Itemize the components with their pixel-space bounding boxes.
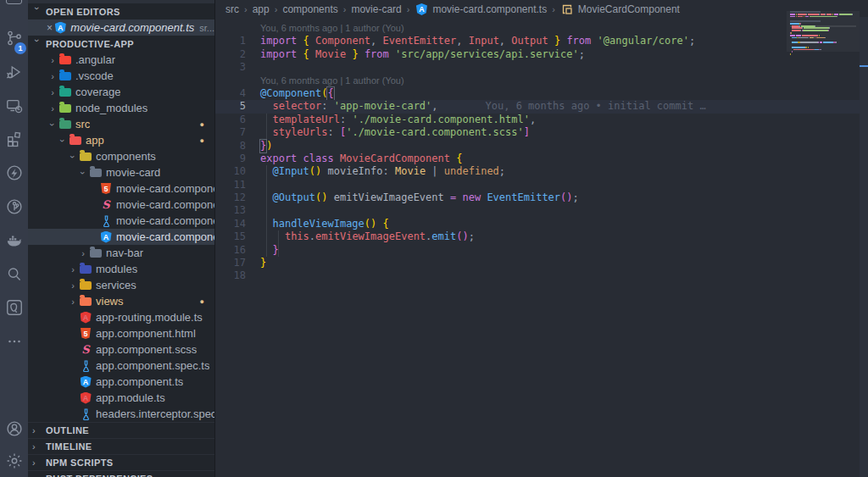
tree-item-app-component-ts[interactable]: Aapp.component.ts bbox=[28, 374, 214, 390]
postgresql-icon[interactable] bbox=[0, 293, 28, 322]
section-rust-dependencies[interactable]: ›RUST DEPENDENCIES bbox=[28, 470, 214, 477]
breadcrumb-item-src[interactable]: src bbox=[225, 3, 239, 15]
code-line-13[interactable]: 13 bbox=[215, 204, 860, 217]
tree-item-nav-bar[interactable]: ›nav-bar bbox=[28, 245, 214, 261]
source-control-icon[interactable]: 1 bbox=[0, 24, 28, 53]
docker-icon[interactable] bbox=[0, 226, 28, 255]
scrollbar[interactable] bbox=[860, 17, 868, 477]
open-editor-item[interactable]: ×Amovie-card.component.tssr... bbox=[28, 19, 214, 36]
breadcrumb-item-movie-card-component-ts[interactable]: Amovie-card.component.ts bbox=[415, 3, 547, 15]
line-number[interactable]: 18 bbox=[215, 269, 246, 282]
code-line-16[interactable]: 16 } bbox=[215, 244, 860, 257]
files-icon[interactable] bbox=[6, 0, 22, 4]
breadcrumb-item-app[interactable]: app bbox=[253, 3, 270, 15]
line-number[interactable]: 3 bbox=[215, 61, 246, 74]
breadcrumb-item-movie-card[interactable]: movie-card bbox=[351, 3, 401, 15]
line-number[interactable]: 12 bbox=[215, 191, 246, 204]
extensions-icon[interactable] bbox=[0, 125, 28, 153]
tree-item-app-component-scss[interactable]: Sapp.component.scss bbox=[28, 341, 214, 358]
code-line-11[interactable]: 11 bbox=[215, 179, 860, 191]
tree-item-services[interactable]: ›services bbox=[28, 277, 214, 293]
code-line-9[interactable]: 9export class MovieCardComponent { bbox=[215, 153, 860, 165]
line-number[interactable]: 4 bbox=[215, 87, 246, 100]
tree-item-views[interactable]: ›views● bbox=[28, 293, 214, 309]
code-line-18[interactable]: 18 bbox=[215, 269, 860, 282]
chevron-down-icon: › bbox=[32, 39, 42, 49]
accounts-icon[interactable] bbox=[0, 414, 28, 443]
run-debug-icon[interactable] bbox=[0, 58, 28, 86]
tree-item-components[interactable]: ›components bbox=[28, 148, 214, 164]
more-icon[interactable] bbox=[0, 327, 28, 356]
minimap-line bbox=[790, 56, 856, 58]
line-number[interactable]: 14 bbox=[215, 218, 246, 230]
tree-item-node-modules[interactable]: ›node_modules bbox=[28, 100, 214, 116]
line-number[interactable]: 11 bbox=[215, 179, 246, 191]
tree-item-app[interactable]: ›app● bbox=[28, 132, 214, 148]
project-title: PRODUCTIVE-APP bbox=[46, 39, 134, 49]
tree-item-movie-card-component-s-[interactable]: movie-card.component.s... bbox=[28, 213, 214, 229]
section-timeline[interactable]: ›TIMELINE bbox=[28, 438, 214, 454]
git-graph-icon[interactable] bbox=[0, 192, 28, 221]
open-editors-title: OPEN EDITORS bbox=[46, 7, 120, 17]
close-icon[interactable]: × bbox=[47, 22, 53, 34]
breadcrumb-label: components bbox=[282, 3, 337, 15]
line-number[interactable]: 2 bbox=[215, 48, 246, 61]
tree-item-coverage[interactable]: ›coverage bbox=[28, 84, 214, 100]
tree-item-movie-card[interactable]: ›movie-card bbox=[28, 164, 214, 180]
line-number[interactable]: 5 bbox=[215, 100, 246, 113]
tree-item-app-component-html[interactable]: 5app.component.html bbox=[28, 325, 214, 341]
code-line-2[interactable]: 2import { Movie } from 'src/app/services… bbox=[215, 48, 860, 61]
line-number[interactable]: 16 bbox=[215, 244, 246, 257]
tree-item-app-routing-module-ts[interactable]: Aapp-routing.module.ts bbox=[28, 309, 214, 325]
tree-item--angular[interactable]: ›.angular bbox=[28, 52, 214, 68]
tree-item-src[interactable]: ›src● bbox=[28, 116, 214, 132]
code-line-1[interactable]: 1import { Component, EventEmitter, Input… bbox=[215, 35, 860, 47]
chevron-right-icon: › bbox=[47, 71, 58, 81]
line-number[interactable]: 6 bbox=[215, 114, 246, 126]
search-icon[interactable] bbox=[0, 260, 28, 289]
code-line-5[interactable]: 5 selector: 'app-movie-card',You, 6 mont… bbox=[215, 100, 860, 113]
code-line-6[interactable]: 6 templateUrl: './movie-card.component.h… bbox=[215, 114, 860, 126]
open-editor-path: sr... bbox=[199, 23, 214, 33]
code-line-3[interactable]: 3 bbox=[215, 61, 860, 74]
tree-item-label: app.component.html bbox=[96, 327, 196, 340]
code-line-4[interactable]: 4@Component({ bbox=[215, 87, 860, 100]
code-line-12[interactable]: 12 @Output() emitViewImageEvent = new Ev… bbox=[215, 191, 860, 204]
thunder-client-icon[interactable] bbox=[0, 158, 28, 187]
tree-item-movie-card-component-ts[interactable]: Amovie-card.component.ts bbox=[28, 229, 214, 245]
line-number[interactable]: 10 bbox=[215, 165, 246, 178]
open-editors-header[interactable]: › OPEN EDITORS bbox=[28, 3, 214, 19]
code-line-7[interactable]: 7 styleUrls: ['./movie-card.component.sc… bbox=[215, 126, 860, 139]
code-line-10[interactable]: 10 @Input() movieInfo: Movie | undefined… bbox=[215, 165, 860, 178]
tree-item-app-module-ts[interactable]: Aapp.module.ts bbox=[28, 390, 214, 406]
line-number[interactable]: 13 bbox=[215, 204, 246, 217]
tree-item-modules[interactable]: ›modules bbox=[28, 261, 214, 277]
tree-item-app-component-spec-ts[interactable]: app.component.spec.ts bbox=[28, 358, 214, 374]
line-number[interactable]: 8 bbox=[215, 140, 246, 153]
editor-pane[interactable]: src›app›components›movie-card›Amovie-car… bbox=[215, 0, 868, 477]
remote-explorer-icon[interactable] bbox=[0, 92, 28, 120]
code-line-8[interactable]: 8}) bbox=[215, 140, 860, 153]
line-number[interactable]: 17 bbox=[215, 257, 246, 269]
section-outline[interactable]: ›OUTLINE bbox=[28, 422, 214, 438]
breadcrumb-item-moviecardcomponent[interactable]: MovieCardComponent bbox=[560, 3, 680, 15]
code-line-17[interactable]: 17} bbox=[215, 257, 860, 269]
tree-item-label: app.component.spec.ts bbox=[96, 359, 209, 372]
settings-icon[interactable] bbox=[0, 446, 28, 475]
code-line-14[interactable]: 14 handleViewImage() { bbox=[215, 218, 860, 230]
breadcrumb-item-components[interactable]: components bbox=[282, 3, 337, 15]
code-line-15[interactable]: 15 this.emitViewImageEvent.emit(); bbox=[215, 230, 860, 243]
project-header[interactable]: › PRODUCTIVE-APP bbox=[28, 36, 214, 52]
line-number[interactable]: 15 bbox=[215, 230, 246, 243]
line-number[interactable]: 1 bbox=[215, 35, 246, 47]
section-npm-scripts[interactable]: ›NPM SCRIPTS bbox=[28, 454, 214, 470]
code-area[interactable]: You, 6 months ago | 1 author (You)1impor… bbox=[215, 19, 860, 477]
tree-item-movie-card-component-h-[interactable]: 5movie-card.component.h... bbox=[28, 180, 214, 197]
line-number[interactable]: 7 bbox=[215, 126, 246, 139]
tree-item-movie-card-component-s-[interactable]: Smovie-card.component.s... bbox=[28, 197, 214, 213]
tree-item--vscode[interactable]: ›.vscode bbox=[28, 68, 214, 84]
line-number[interactable]: 9 bbox=[215, 153, 246, 165]
chevron-down-icon: › bbox=[68, 151, 78, 163]
minimap[interactable] bbox=[790, 11, 856, 58]
tree-item-headers-interceptor-spec-ts[interactable]: headers.interceptor.spec.ts bbox=[28, 406, 214, 422]
